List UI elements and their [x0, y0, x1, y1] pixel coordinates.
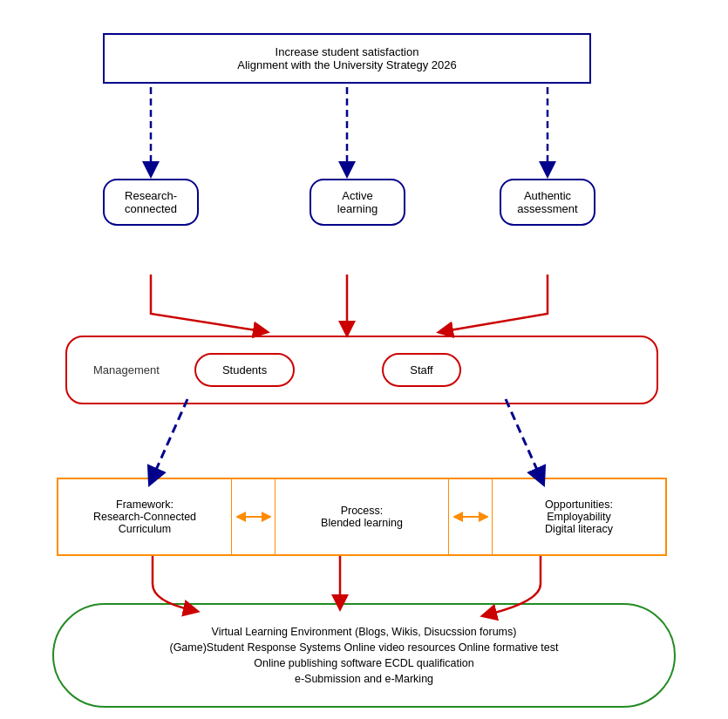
- framework-row: Framework: Research-Connected Curriculum…: [57, 478, 667, 556]
- opportunities-cell: Opportunities: Employability Digital lit…: [493, 479, 665, 554]
- pillar-research-label: Research-connected: [125, 189, 177, 215]
- process-cell: Process: Blended learning: [276, 479, 449, 554]
- students-oval: Students: [194, 353, 295, 387]
- diagram: Increase student satisfaction Alignment …: [0, 0, 728, 719]
- ellipse-line1: Virtual Learning Environment (Blogs, Wik…: [212, 626, 517, 638]
- pillar-research: Research-connected: [103, 179, 199, 226]
- ellipse-line4: e-Submission and e-Marking: [295, 673, 433, 685]
- ellipse-line2: (Game)Student Response Systems Online vi…: [169, 641, 558, 654]
- arrow-mgmt-fw-left: [153, 399, 187, 478]
- arrow-fw-ellipse-left: [153, 556, 192, 610]
- framework-cell: Framework: Research-Connected Curriculum: [58, 479, 232, 554]
- ellipse-line3: Online publishing software ECDL qualific…: [254, 657, 473, 669]
- pillar-authentic-label: Authentic assessment: [517, 189, 577, 215]
- management-label: Management: [93, 363, 160, 376]
- top-line1: Increase student satisfaction: [122, 45, 572, 58]
- arrow-research-mgmt: [151, 275, 262, 331]
- arrow-authentic-mgmt: [445, 275, 548, 331]
- pillar-active: Active learning: [310, 179, 405, 226]
- fw-arrow-left: [232, 479, 276, 554]
- pillar-authentic: Authentic assessment: [500, 179, 595, 226]
- management-row: Management Students Staff: [65, 336, 658, 404]
- top-box: Increase student satisfaction Alignment …: [103, 33, 591, 84]
- green-ellipse: Virtual Learning Environment (Blogs, Wik…: [52, 603, 676, 708]
- top-line2: Alignment with the University Strategy 2…: [122, 58, 572, 71]
- pillar-active-label: Active learning: [337, 189, 378, 215]
- fw-arrow-right: [449, 479, 493, 554]
- staff-oval: Staff: [382, 353, 461, 387]
- staff-label: Staff: [410, 363, 433, 376]
- arrow-mgmt-fw-right: [506, 399, 541, 478]
- students-label: Students: [222, 363, 267, 376]
